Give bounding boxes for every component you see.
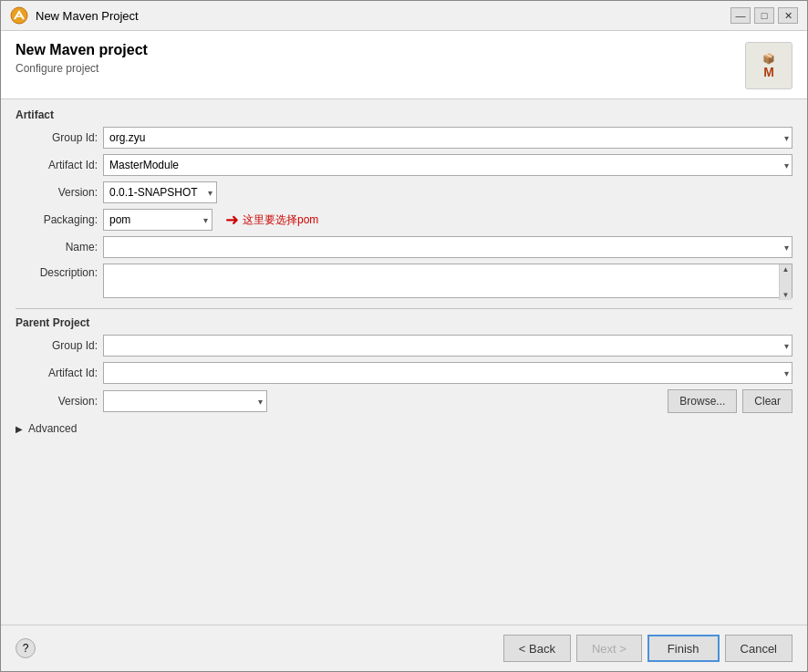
maven-icon: 📦 M: [745, 42, 792, 89]
cancel-button[interactable]: Cancel: [725, 635, 792, 662]
parent-version-select[interactable]: [104, 391, 266, 411]
parent-version-label: Version:: [16, 395, 98, 408]
browse-button[interactable]: Browse...: [668, 389, 737, 413]
version-label: Version:: [16, 186, 98, 199]
clear-button[interactable]: Clear: [742, 389, 792, 413]
name-input[interactable]: [103, 236, 792, 258]
version-select[interactable]: 0.0.1-SNAPSHOT 1.0.0-SNAPSHOT 1.0-SNAPSH…: [104, 182, 216, 202]
header: New Maven project Configure project 📦 M: [1, 31, 807, 99]
maven-icon-label: M: [762, 66, 775, 78]
parent-artifact-id-row: Artifact Id: ▾: [16, 362, 792, 384]
description-label: Description:: [16, 264, 98, 279]
annotation-text: 这里要选择pom: [243, 212, 318, 228]
parent-artifact-id-container: ▾: [103, 362, 792, 384]
artifact-id-row: Artifact Id: ▾: [16, 154, 792, 176]
title-bar: New Maven Project — □ ✕: [1, 1, 807, 31]
footer-buttons: < Back Next > Finish Cancel: [503, 635, 792, 662]
header-title: New Maven project: [16, 42, 148, 58]
new-maven-project-dialog: New Maven Project — □ ✕ New Maven projec…: [0, 0, 808, 672]
parent-artifact-id-input[interactable]: [103, 362, 792, 384]
parent-section-title: Parent Project: [16, 316, 792, 329]
maximize-button[interactable]: □: [754, 7, 774, 24]
packaging-label: Packaging:: [16, 213, 98, 226]
version-row: Version: 0.0.1-SNAPSHOT 1.0.0-SNAPSHOT 1…: [16, 181, 792, 203]
parent-version-row: Version: ▾ Browse... Clear: [16, 389, 792, 413]
header-text: New Maven project Configure project: [16, 42, 148, 75]
advanced-row[interactable]: ▶ Advanced: [16, 419, 792, 439]
parent-version-select-wrap: ▾: [103, 390, 267, 412]
title-bar-text: New Maven Project: [36, 9, 723, 23]
advanced-expand-icon: ▶: [16, 424, 23, 434]
artifact-section-title: Artifact: [16, 109, 792, 121]
finish-button[interactable]: Finish: [647, 635, 720, 662]
back-button[interactable]: < Back: [503, 635, 571, 662]
window-controls: — □ ✕: [730, 7, 798, 24]
scroll-up-arrow: ▲: [782, 264, 791, 274]
parent-group-id-row: Group Id: ▾: [16, 335, 792, 357]
packaging-row: Packaging: jar war pom ear ▾ ➜ 这里要选择pom: [16, 209, 792, 231]
close-button[interactable]: ✕: [778, 7, 798, 24]
section-divider: [16, 308, 792, 309]
scroll-down-arrow: ▼: [782, 290, 791, 300]
help-icon: ?: [23, 642, 29, 655]
app-icon: [10, 6, 28, 25]
name-row: Name: ▾: [16, 236, 792, 258]
group-id-container: ▾: [103, 127, 792, 149]
artifact-section: Artifact Group Id: ▾ Artifact Id: ▾ Ver: [16, 109, 792, 301]
description-textarea-wrap: ▲ ▼: [103, 264, 792, 301]
parent-group-id-container: ▾: [103, 335, 792, 357]
annotation-arrow-icon: ➜: [225, 210, 239, 230]
description-textarea[interactable]: [103, 264, 792, 298]
packaging-select-wrap: jar war pom ear ▾: [103, 209, 212, 231]
group-id-label: Group Id:: [16, 131, 98, 144]
packaging-select[interactable]: jar war pom ear: [104, 210, 212, 230]
parent-artifact-id-label: Artifact Id:: [16, 367, 98, 379]
parent-section: Parent Project Group Id: ▾ Artifact Id: …: [16, 316, 792, 413]
content-area: Artifact Group Id: ▾ Artifact Id: ▾ Ver: [1, 99, 807, 625]
version-select-wrap: 0.0.1-SNAPSHOT 1.0.0-SNAPSHOT 1.0-SNAPSH…: [103, 181, 217, 203]
help-button[interactable]: ?: [16, 638, 36, 658]
group-id-input[interactable]: [103, 127, 792, 149]
footer: ? < Back Next > Finish Cancel: [1, 625, 807, 671]
name-label: Name:: [16, 241, 98, 253]
artifact-id-input[interactable]: [103, 154, 792, 176]
header-subtitle: Configure project: [16, 62, 148, 75]
name-container: ▾: [103, 236, 792, 258]
description-row: Description: ▲ ▼: [16, 264, 792, 301]
group-id-row: Group Id: ▾: [16, 127, 792, 149]
artifact-id-container: ▾: [103, 154, 792, 176]
parent-group-id-label: Group Id:: [16, 339, 98, 352]
parent-group-id-input[interactable]: [103, 335, 792, 357]
description-scrollbar: ▲ ▼: [779, 264, 792, 300]
packaging-annotation: ➜ 这里要选择pom: [225, 210, 318, 230]
advanced-label: Advanced: [28, 422, 77, 435]
next-button[interactable]: Next >: [576, 635, 642, 662]
artifact-id-label: Artifact Id:: [16, 159, 98, 171]
svg-point-0: [11, 7, 27, 24]
minimize-button[interactable]: —: [730, 7, 751, 24]
footer-left: ?: [16, 638, 36, 658]
